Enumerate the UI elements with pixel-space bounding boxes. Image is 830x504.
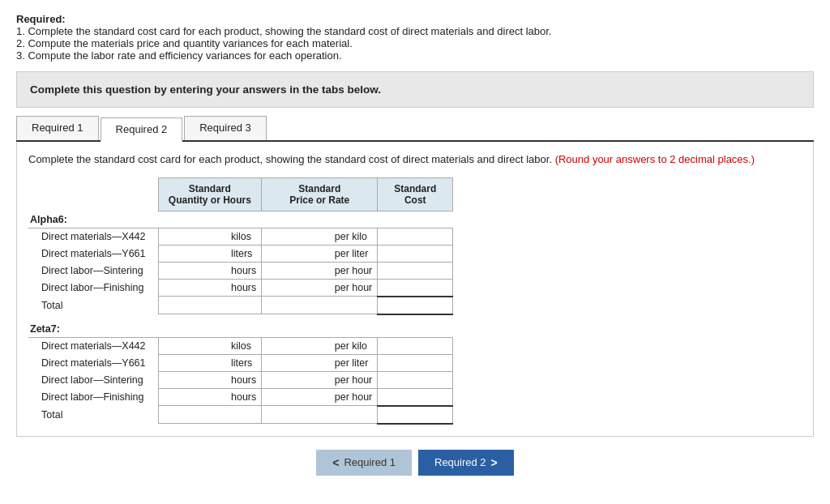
cost-input-z2[interactable] bbox=[383, 357, 447, 369]
qty-input-cell-a1[interactable]: kilos bbox=[158, 228, 262, 245]
cost-input-a2[interactable] bbox=[383, 248, 447, 259]
price-input-cell-z2[interactable]: per liter bbox=[262, 354, 378, 371]
qty-input-z4[interactable] bbox=[164, 391, 229, 403]
qty-input-a3[interactable] bbox=[164, 265, 229, 276]
table-row: Direct materials—Y661 liters per liter bbox=[28, 245, 453, 262]
price-input-a2[interactable] bbox=[267, 248, 332, 259]
required-item-2: 2. Compute the materials price and quant… bbox=[16, 37, 814, 49]
qty-input-cell-a3[interactable]: hours bbox=[158, 262, 262, 279]
unit2-a2: per liter bbox=[332, 248, 368, 259]
instruction-box: Complete this question by entering your … bbox=[16, 71, 814, 108]
price-input-cell-a4[interactable]: per hour bbox=[262, 279, 378, 297]
price-input-z2[interactable] bbox=[267, 357, 332, 369]
table-row: Direct labor—Sintering hours per hour bbox=[28, 371, 453, 388]
row-label: Direct labor—Finishing bbox=[28, 279, 158, 297]
cost-input-cell-a1[interactable] bbox=[378, 228, 453, 245]
unit1-a1: kilos bbox=[229, 231, 251, 242]
required-label: Required: bbox=[16, 13, 814, 25]
qty-input-z1[interactable] bbox=[164, 340, 229, 352]
cost-input-cell-a3[interactable] bbox=[378, 262, 453, 279]
cost-input-a3[interactable] bbox=[383, 265, 447, 276]
cost-input-z4[interactable] bbox=[383, 391, 447, 403]
table-row: Direct materials—Y661 liters per liter bbox=[28, 354, 453, 371]
table-row: Direct labor—Finishing hours per hour bbox=[28, 279, 453, 297]
cost-input-cell-z3[interactable] bbox=[378, 371, 453, 388]
tab-required-2[interactable]: Required 2 bbox=[101, 117, 183, 142]
cost-table: StandardQuantity or Hours StandardPrice … bbox=[28, 177, 453, 425]
price-input-cell-z4[interactable]: per hour bbox=[262, 388, 378, 406]
row-label: Direct materials—Y661 bbox=[28, 245, 158, 262]
row-label: Direct materials—X442 bbox=[28, 228, 158, 245]
total-cost-cell-zeta7[interactable] bbox=[378, 406, 453, 424]
price-input-a1[interactable] bbox=[267, 231, 332, 242]
table-row: Direct materials—X442 kilos per kilo bbox=[28, 337, 453, 354]
next-chevron-icon: > bbox=[491, 456, 498, 469]
description-text: Complete the standard cost card for each… bbox=[28, 152, 802, 168]
row-label: Direct materials—Y661 bbox=[28, 354, 158, 371]
tabs-row: Required 1 Required 2 Required 3 bbox=[16, 108, 814, 142]
unit1-a2: liters bbox=[229, 248, 253, 259]
prev-button[interactable]: < Required 1 bbox=[316, 450, 412, 476]
unit1-z1: kilos bbox=[229, 340, 251, 352]
required-item-1: 1. Complete the standard cost card for e… bbox=[16, 25, 814, 37]
qty-input-cell-a2[interactable]: liters bbox=[158, 245, 262, 262]
price-input-z4[interactable] bbox=[267, 391, 332, 403]
next-button-label: Required 2 bbox=[434, 456, 486, 468]
unit2-a1: per kilo bbox=[332, 231, 367, 242]
qty-input-z3[interactable] bbox=[164, 374, 229, 386]
qty-input-a2[interactable] bbox=[164, 248, 229, 259]
cost-input-cell-a4[interactable] bbox=[378, 279, 453, 297]
content-area: Complete the standard cost card for each… bbox=[16, 142, 814, 437]
cost-input-a4[interactable] bbox=[383, 282, 447, 293]
row-label: Direct labor—Sintering bbox=[28, 262, 158, 279]
price-input-cell-a1[interactable]: per kilo bbox=[262, 228, 378, 245]
cost-input-cell-z2[interactable] bbox=[378, 354, 453, 371]
unit1-z2: liters bbox=[229, 357, 253, 369]
price-input-cell-a3[interactable]: per hour bbox=[262, 262, 378, 279]
unit2-z2: per liter bbox=[332, 357, 368, 369]
cost-input-cell-z1[interactable] bbox=[378, 337, 453, 354]
cost-input-z1[interactable] bbox=[383, 340, 447, 352]
prev-button-label: Required 1 bbox=[344, 456, 396, 468]
total-cost-input-alpha6[interactable] bbox=[383, 300, 447, 311]
price-input-cell-z1[interactable]: per kilo bbox=[262, 337, 378, 354]
cost-input-a1[interactable] bbox=[383, 231, 447, 242]
next-button[interactable]: Required 2 > bbox=[418, 450, 514, 476]
qty-input-cell-z1[interactable]: kilos bbox=[158, 337, 262, 354]
qty-input-a4[interactable] bbox=[164, 282, 229, 293]
row-label: Direct labor—Sintering bbox=[28, 371, 158, 388]
required-header: Required: 1. Complete the standard cost … bbox=[16, 13, 814, 62]
cost-input-z3[interactable] bbox=[383, 374, 447, 386]
tab-required-3[interactable]: Required 3 bbox=[184, 116, 267, 140]
cost-input-cell-a2[interactable] bbox=[378, 245, 453, 262]
price-input-a3[interactable] bbox=[267, 265, 332, 276]
row-label: Direct labor—Finishing bbox=[28, 388, 158, 406]
unit1-a4: hours bbox=[229, 282, 257, 293]
price-input-a4[interactable] bbox=[267, 282, 332, 293]
qty-input-cell-z2[interactable]: liters bbox=[158, 354, 262, 371]
col-header-qty: StandardQuantity or Hours bbox=[158, 177, 262, 211]
total-cost-cell-alpha6[interactable] bbox=[378, 297, 453, 314]
price-input-cell-a2[interactable]: per liter bbox=[262, 245, 378, 262]
total-cost-input-zeta7[interactable] bbox=[383, 409, 447, 421]
qty-input-z2[interactable] bbox=[164, 357, 229, 369]
qty-input-cell-a4[interactable]: hours bbox=[158, 279, 262, 297]
qty-input-cell-z3[interactable]: hours bbox=[158, 371, 262, 388]
required-item-3: 3. Compute the labor rate and efficiency… bbox=[16, 49, 814, 62]
tab-required-1[interactable]: Required 1 bbox=[16, 116, 99, 140]
table-row: Direct labor—Finishing hours per hour bbox=[28, 388, 453, 406]
col-header-price: StandardPrice or Rate bbox=[262, 177, 378, 211]
total-label-zeta7: Total bbox=[28, 406, 158, 424]
price-input-cell-z3[interactable]: per hour bbox=[262, 371, 378, 388]
qty-input-cell-z4[interactable]: hours bbox=[158, 388, 262, 406]
round-note: (Round your answers to 2 decimal places.… bbox=[555, 153, 755, 165]
unit1-a3: hours bbox=[229, 265, 257, 276]
qty-input-a1[interactable] bbox=[164, 231, 229, 242]
price-input-z3[interactable] bbox=[267, 374, 332, 386]
table-row: Direct materials—X442 kilos per kilo bbox=[28, 228, 453, 245]
total-row-alpha6: Total bbox=[28, 297, 453, 314]
unit2-z1: per kilo bbox=[332, 340, 367, 352]
unit2-a3: per hour bbox=[332, 265, 372, 276]
cost-input-cell-z4[interactable] bbox=[378, 388, 453, 406]
price-input-z1[interactable] bbox=[267, 340, 332, 352]
